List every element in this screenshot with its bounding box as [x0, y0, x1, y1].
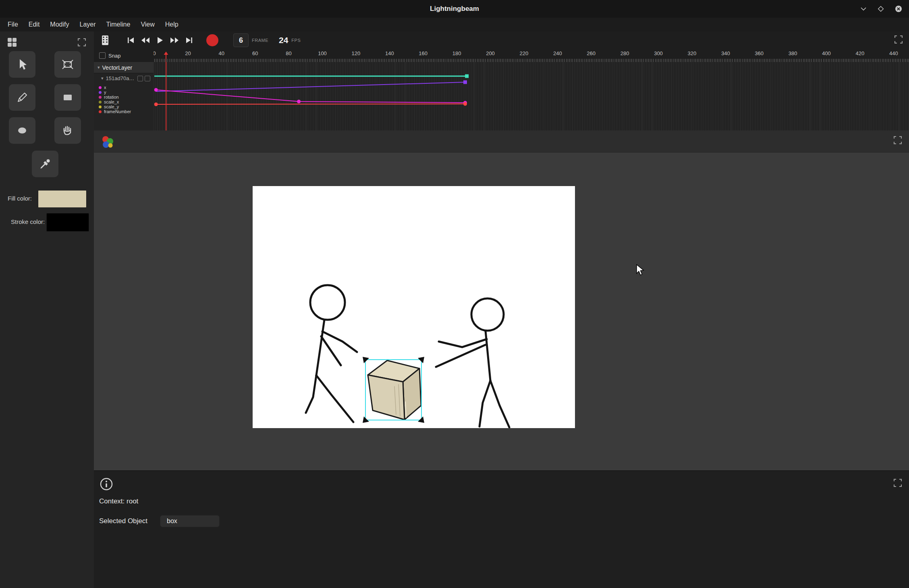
ruler-label: 260	[587, 50, 596, 56]
pencil-tool-button[interactable]	[9, 84, 35, 111]
property-name: y	[104, 90, 106, 95]
eyedropper-tool-button[interactable]	[32, 151, 58, 177]
canvas-header	[94, 130, 909, 153]
transport-bar: 6 FRAME 24 FPS	[94, 31, 909, 49]
menu-item-layer[interactable]: Layer	[74, 19, 101, 30]
transform-frame-icon	[61, 58, 75, 71]
property-row-y[interactable]: y	[99, 90, 154, 95]
play-button[interactable]	[153, 33, 167, 48]
menu-item-file[interactable]: File	[2, 19, 23, 30]
tool-grid-button[interactable]	[4, 34, 20, 50]
hand-icon	[61, 124, 75, 137]
timeline-expand-button[interactable]	[894, 35, 903, 46]
ruler-label: 60	[252, 50, 258, 56]
box-object[interactable]	[368, 360, 421, 420]
playhead-marker[interactable]	[163, 51, 169, 62]
frame-number-display[interactable]: 6	[233, 33, 249, 47]
expand-icon	[893, 135, 903, 145]
skip-start-button[interactable]	[124, 33, 138, 48]
skip-end-button[interactable]	[182, 33, 196, 48]
mouse-cursor	[636, 264, 646, 276]
select-tool-button[interactable]	[9, 51, 35, 78]
ruler-label: 400	[822, 50, 831, 56]
timeline-layer-column: ▾ VectorLayer ▾ 151ad70a… xyrotationscal…	[94, 62, 154, 130]
rectangle-tool-button[interactable]	[54, 84, 81, 111]
transform-tool-button[interactable]	[54, 51, 81, 78]
keyframe-square	[465, 75, 469, 78]
panel-expand-button[interactable]	[74, 34, 90, 50]
timeline-panel: 6 FRAME 24 FPS Snap 02040608010012014016…	[94, 31, 909, 131]
snap-checkbox[interactable]	[99, 52, 106, 59]
info-button[interactable]	[99, 476, 114, 493]
menu-item-help[interactable]: Help	[160, 19, 184, 30]
ellipse-tool-button[interactable]	[9, 117, 35, 144]
hand-tool-button[interactable]	[54, 117, 81, 144]
ruler-label: 380	[789, 50, 797, 56]
menu-item-timeline[interactable]: Timeline	[101, 19, 136, 30]
ruler-label: 320	[688, 50, 697, 56]
keyframe-curves	[154, 62, 909, 130]
selected-object-row: Selected Object box	[99, 515, 220, 527]
stage-drawing	[253, 186, 575, 428]
ruler-label: 80	[286, 50, 291, 56]
info-icon	[99, 476, 114, 492]
clip-row[interactable]: ▾ 151ad70a…	[94, 73, 154, 83]
caret-down-icon[interactable]: ▾	[98, 65, 100, 70]
clip-name: 151ad70a…	[106, 75, 135, 81]
skip-end-icon	[185, 37, 193, 44]
ruler-label: 120	[352, 50, 361, 56]
stroke-color-label: Stroke color:	[11, 218, 45, 225]
film-roll-button[interactable]	[98, 33, 112, 48]
menubar: FileEditModifyLayerTimelineViewHelp	[0, 18, 909, 31]
pencil-icon	[15, 91, 29, 104]
minimize-icon[interactable]	[860, 6, 867, 11]
frame-ruler[interactable]: 0204060801001201401601802002202402602803…	[154, 49, 909, 62]
play-icon	[156, 36, 164, 44]
property-color-dot	[99, 106, 102, 108]
stage-canvas[interactable]	[253, 186, 575, 428]
stroke-color-swatch[interactable]	[46, 213, 89, 232]
menu-item-view[interactable]: View	[135, 19, 160, 30]
stick-figure-left	[306, 285, 357, 422]
window-controls	[860, 0, 903, 18]
record-button[interactable]	[205, 33, 220, 48]
menu-item-modify[interactable]: Modify	[45, 19, 74, 30]
timeline-content: ▾ VectorLayer ▾ 151ad70a… xyrotationscal…	[94, 62, 909, 130]
property-row-x[interactable]: x	[99, 85, 154, 90]
info-expand-button[interactable]	[893, 478, 903, 489]
property-row-scale_y[interactable]: scale_y	[99, 104, 154, 109]
stick-figure-right	[436, 298, 509, 427]
selected-object-field[interactable]: box	[160, 515, 220, 527]
canvas-expand-button[interactable]	[893, 135, 903, 147]
property-name: scale_x	[104, 99, 119, 104]
fast-forward-icon	[170, 37, 179, 44]
ellipse-icon	[15, 124, 29, 137]
layer-row[interactable]: ▾ VectorLayer	[94, 62, 154, 73]
expand-icon	[893, 478, 903, 488]
curve-y-curve	[156, 82, 465, 91]
menu-item-edit[interactable]: Edit	[23, 19, 45, 30]
maximize-icon[interactable]	[878, 6, 884, 12]
property-row-frameNumber[interactable]: frameNumber	[99, 109, 154, 114]
property-row-rotation[interactable]: rotation	[99, 95, 154, 99]
property-color-dot	[99, 110, 102, 113]
lock-toggle[interactable]	[145, 76, 150, 81]
keyframe-track-area[interactable]	[154, 62, 909, 130]
close-icon[interactable]	[894, 5, 903, 13]
fast-forward-button[interactable]	[167, 33, 182, 48]
property-row-scale_x[interactable]: scale_x	[99, 99, 154, 104]
property-color-dot	[99, 101, 102, 104]
app-window: Lightningbeam FileEditModifyLayerTimelin…	[0, 0, 909, 588]
keyframe-dot	[154, 103, 158, 106]
scene-color-logo-icon[interactable]	[100, 134, 115, 149]
layer-name: VectorLayer	[102, 64, 133, 71]
ruler-label: 340	[721, 50, 730, 56]
fill-color-swatch[interactable]	[38, 190, 87, 208]
curve-frameNumber-curve	[156, 104, 465, 104]
fps-value[interactable]: 24	[279, 35, 288, 45]
curve-x-curve	[156, 90, 465, 103]
visibility-toggle[interactable]	[137, 76, 143, 81]
caret-down-icon[interactable]: ▾	[101, 76, 104, 81]
clip-toggles	[137, 76, 150, 81]
rewind-button[interactable]	[138, 33, 153, 48]
